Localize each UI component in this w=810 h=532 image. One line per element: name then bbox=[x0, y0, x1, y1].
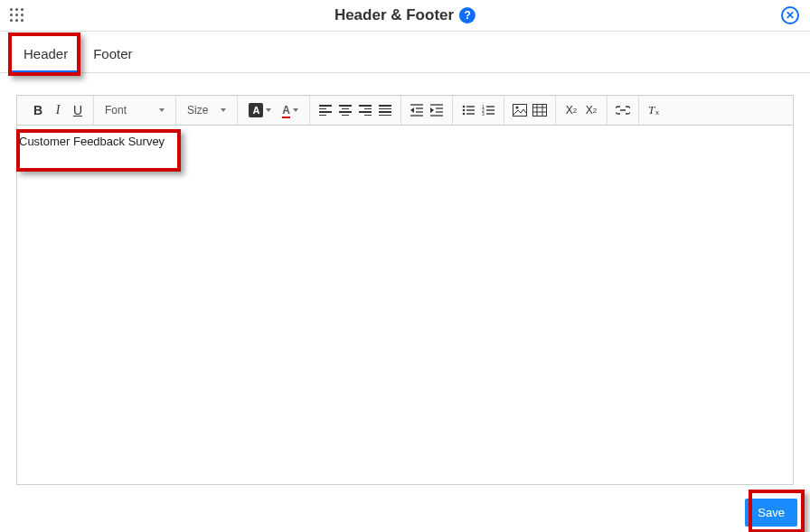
table-button[interactable] bbox=[530, 100, 550, 120]
editor-toolbar: B I U Font Size A A bbox=[17, 96, 793, 126]
font-label: Font bbox=[105, 104, 127, 117]
close-button[interactable]: ✕ bbox=[781, 6, 799, 24]
size-dropdown[interactable]: Size bbox=[182, 104, 231, 117]
svg-text:T: T bbox=[648, 104, 655, 117]
textcolor-icon: A bbox=[282, 104, 290, 117]
remove-format-button[interactable]: Tx bbox=[645, 100, 664, 120]
size-label: Size bbox=[187, 104, 208, 117]
save-button[interactable]: Save bbox=[745, 499, 797, 527]
tab-header[interactable]: Header bbox=[11, 37, 80, 72]
font-dropdown[interactable]: Font bbox=[99, 104, 170, 117]
numbered-list-button[interactable]: 123 bbox=[478, 100, 498, 120]
help-icon[interactable]: ? bbox=[459, 7, 476, 23]
tabs-bar: Header Footer bbox=[0, 32, 810, 73]
bold-button[interactable]: B bbox=[28, 100, 48, 120]
editor-content: Customer Feedback Survey bbox=[17, 135, 793, 148]
svg-marker-9 bbox=[430, 107, 434, 113]
drag-handle-icon[interactable] bbox=[7, 5, 27, 25]
top-bar: Header & Footer ? ✕ bbox=[0, 0, 810, 32]
svg-point-10 bbox=[463, 106, 466, 108]
superscript-button[interactable]: X2 bbox=[581, 100, 601, 120]
indent-decrease-button[interactable] bbox=[407, 100, 427, 120]
bgcolor-dropdown[interactable]: A bbox=[243, 103, 277, 117]
svg-text:3: 3 bbox=[482, 111, 485, 117]
align-center-button[interactable] bbox=[335, 100, 355, 120]
editor-container: B I U Font Size A A bbox=[16, 95, 794, 485]
image-button[interactable] bbox=[510, 100, 530, 120]
underline-button[interactable]: U bbox=[68, 100, 88, 120]
title-text: Header & Footer bbox=[334, 6, 454, 24]
svg-point-23 bbox=[516, 107, 519, 109]
align-right-button[interactable] bbox=[355, 100, 375, 120]
bgcolor-icon: A bbox=[249, 103, 263, 117]
svg-marker-4 bbox=[410, 107, 414, 113]
textcolor-dropdown[interactable]: A bbox=[277, 104, 304, 117]
link-button[interactable] bbox=[613, 100, 633, 120]
italic-button[interactable]: I bbox=[48, 100, 68, 120]
svg-rect-24 bbox=[533, 105, 547, 117]
dialog-title: Header & Footer ? bbox=[334, 6, 476, 24]
svg-point-12 bbox=[463, 113, 466, 116]
bullet-list-button[interactable] bbox=[458, 100, 478, 120]
svg-text:x: x bbox=[655, 108, 659, 117]
subscript-button[interactable]: X2 bbox=[561, 100, 581, 120]
indent-increase-button[interactable] bbox=[427, 100, 447, 120]
align-justify-button[interactable] bbox=[375, 100, 395, 120]
align-left-button[interactable] bbox=[316, 100, 335, 120]
editor-body[interactable]: Customer Feedback Survey bbox=[17, 126, 793, 484]
tab-footer[interactable]: Footer bbox=[80, 37, 145, 72]
svg-point-11 bbox=[463, 109, 466, 112]
